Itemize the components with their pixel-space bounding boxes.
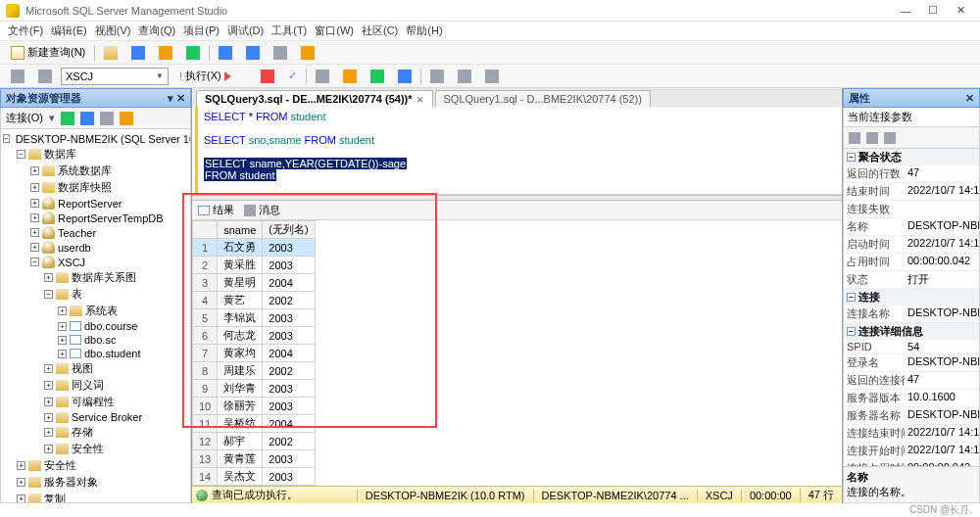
menu-view[interactable]: 视图(V) xyxy=(95,24,131,38)
expand-icon[interactable]: + xyxy=(44,398,53,406)
tree-storage[interactable]: 存储 xyxy=(72,425,93,440)
menu-community[interactable]: 社区(C) xyxy=(362,24,398,38)
table-row[interactable]: 7黄家均2004 xyxy=(193,345,316,362)
expand-icon[interactable]: + xyxy=(58,336,67,345)
tb-btn-saveall[interactable] xyxy=(241,44,265,62)
table-row[interactable]: 14吴杰文2003 xyxy=(193,468,316,486)
execute-button[interactable]: ! 执行(X) xyxy=(172,67,238,85)
parse-button[interactable]: ✓ xyxy=(283,68,302,84)
tree-security[interactable]: 安全性 xyxy=(44,458,76,473)
debug-button[interactable] xyxy=(242,74,252,78)
properties-grid[interactable]: −聚合状态返回的行数47结束时间2022/10/7 14:17连接失败名称DES… xyxy=(843,149,980,467)
sql-editor[interactable]: SELECT * FROM student SELECT sno,sname F… xyxy=(195,107,842,195)
tb2-btn-d[interactable] xyxy=(393,68,416,85)
new-query-button[interactable]: 新建查询(N) xyxy=(6,43,90,62)
menu-project[interactable]: 项目(P) xyxy=(183,24,220,38)
close-button[interactable]: ✕ xyxy=(947,4,974,17)
table-row[interactable]: 8周建乐2002 xyxy=(193,362,316,380)
expand-icon[interactable]: + xyxy=(30,243,39,252)
tree-student[interactable]: dbo.student xyxy=(84,348,141,359)
menu-window[interactable]: 窗口(W) xyxy=(315,24,354,38)
tab-sqlquery1[interactable]: SQLQuery1.sql - D...BME2IK\20774 (52)) xyxy=(435,90,651,107)
oe-icon[interactable] xyxy=(61,112,74,125)
panel-pin-icon[interactable]: ▾ ✕ xyxy=(168,92,185,105)
tb-btn-2[interactable] xyxy=(126,44,150,62)
tree-teacher[interactable]: Teacher xyxy=(58,227,96,239)
prop-row[interactable]: 连接失败 xyxy=(844,201,979,218)
table-row[interactable]: 13黄青莲2003 xyxy=(193,450,316,468)
tree-tables[interactable]: 表 xyxy=(72,287,82,302)
minimize-button[interactable]: — xyxy=(892,5,919,17)
tb2-btn-c[interactable] xyxy=(366,68,389,85)
table-row[interactable]: 9刘华青2003 xyxy=(193,380,316,398)
connect-button[interactable]: 连接(O) xyxy=(6,111,43,125)
expand-icon[interactable]: + xyxy=(17,478,25,487)
expand-icon[interactable]: − xyxy=(17,150,25,159)
tree-replication[interactable]: 复制 xyxy=(44,492,66,503)
prop-icon[interactable] xyxy=(884,132,896,144)
prop-row[interactable]: 连接结束时间2022/10/7 14:17 xyxy=(844,425,979,443)
panel-close-icon[interactable]: ✕ xyxy=(965,92,974,105)
object-tree[interactable]: −DESKTOP-NBME2IK (SQL Server 10.0.160 −数… xyxy=(0,129,191,503)
expand-icon[interactable]: + xyxy=(17,461,25,470)
expand-icon[interactable]: + xyxy=(58,306,67,315)
oe-icon[interactable] xyxy=(80,112,94,125)
maximize-button[interactable]: ☐ xyxy=(919,4,947,17)
table-row[interactable]: 3黄星明2004 xyxy=(193,274,316,292)
oe-icon[interactable] xyxy=(100,112,114,125)
tab-close-icon[interactable]: ✕ xyxy=(416,95,424,105)
expand-icon[interactable]: + xyxy=(44,428,53,437)
prop-row[interactable]: 名称DESKTOP-NBME2 xyxy=(844,218,979,236)
tree-servicebroker[interactable]: Service Broker xyxy=(72,411,142,423)
tree-serverobjects[interactable]: 服务器对象 xyxy=(44,475,98,490)
expand-icon[interactable]: + xyxy=(30,166,39,175)
expand-icon[interactable]: + xyxy=(30,213,39,222)
az-icon[interactable] xyxy=(866,132,878,144)
expand-icon[interactable]: − xyxy=(30,258,39,266)
prop-row[interactable]: 登录名DESKTOP-NBME2 xyxy=(844,354,979,372)
table-row[interactable]: 11吴桥纺2004 xyxy=(193,415,316,433)
prop-row[interactable]: 服务器名称DESKTOP-NBME2 xyxy=(844,407,979,425)
tree-diagrams[interactable]: 数据库关系图 xyxy=(72,270,136,285)
tb-btn-3[interactable] xyxy=(154,44,177,62)
table-row[interactable]: 10徐丽芳2003 xyxy=(193,398,316,415)
expand-icon[interactable]: + xyxy=(30,199,39,208)
prop-row[interactable]: 服务器版本10.0.1600 xyxy=(844,390,979,407)
menu-debug[interactable]: 调试(D) xyxy=(227,24,264,38)
expand-icon[interactable]: + xyxy=(44,364,53,373)
tree-synonyms[interactable]: 同义词 xyxy=(72,378,104,393)
tree-systables[interactable]: 系统表 xyxy=(85,304,118,318)
prop-row[interactable]: 状态打开 xyxy=(844,271,979,289)
tree-views[interactable]: 视图 xyxy=(72,361,93,376)
tb2-btn-e[interactable] xyxy=(425,68,449,85)
messages-tab[interactable]: 消息 xyxy=(244,203,280,217)
results-grid[interactable]: sname(无列名) 1石文勇20032黄采胜20033黄星明20044黄艺20… xyxy=(192,220,842,486)
prop-row[interactable]: 连接开始时间2022/10/7 14:17 xyxy=(844,443,979,460)
tree-programmability[interactable]: 可编程性 xyxy=(72,395,115,409)
tb2-btn-f[interactable] xyxy=(453,68,476,85)
col-nocolumn[interactable]: (无列名) xyxy=(263,221,315,239)
stop-button[interactable] xyxy=(256,68,279,85)
prop-row[interactable]: 连接名称DESKTOP-NBME2 xyxy=(844,306,979,323)
tb2-btn-1[interactable] xyxy=(6,68,29,85)
menu-query[interactable]: 查询(Q) xyxy=(138,24,175,38)
expand-icon[interactable]: + xyxy=(30,183,39,192)
expand-icon[interactable]: + xyxy=(30,228,39,237)
menu-help[interactable]: 帮助(H) xyxy=(406,24,442,38)
tab-sqlquery3[interactable]: SQLQuery3.sql - DE...ME2IK\20774 (54))*✕ xyxy=(196,90,433,107)
prop-row[interactable]: 返回的连接行数47 xyxy=(844,372,979,390)
cat-icon[interactable] xyxy=(849,132,860,144)
table-row[interactable]: 4黄艺2002 xyxy=(193,292,316,309)
tb-btn-6[interactable] xyxy=(296,44,319,62)
prop-row[interactable]: 返回的行数47 xyxy=(844,165,979,183)
oe-icon[interactable] xyxy=(120,112,133,125)
tb2-btn-g[interactable] xyxy=(480,68,504,85)
tb-btn-5[interactable] xyxy=(269,44,292,62)
table-row[interactable]: 12郝宇2002 xyxy=(193,433,316,450)
prop-row[interactable]: 结束时间2022/10/7 14:17 xyxy=(844,183,979,201)
tree-databases[interactable]: 数据库 xyxy=(44,147,76,162)
tree-course[interactable]: dbo.course xyxy=(84,320,137,332)
tb2-btn-2[interactable] xyxy=(33,68,57,85)
expand-icon[interactable]: + xyxy=(58,350,67,358)
expand-icon[interactable]: + xyxy=(17,494,25,503)
